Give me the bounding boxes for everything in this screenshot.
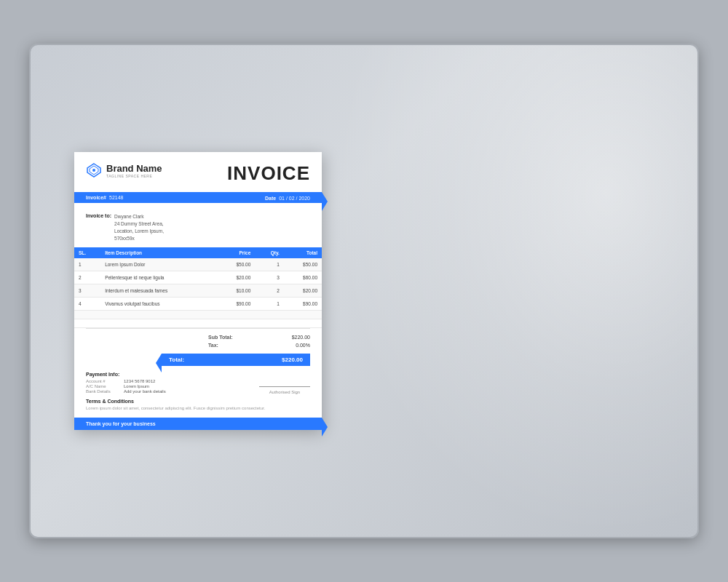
- total-final-label: Total:: [169, 356, 184, 363]
- acname-label: A/C Name: [86, 384, 121, 388]
- table-row-empty: [74, 311, 322, 319]
- terms-text: Lorem ipsum dolor sit amet, consectetur …: [86, 405, 310, 411]
- cell-sl: 3: [74, 284, 100, 298]
- payment-acname-row: A/C Name Lorem Ipsum: [86, 384, 166, 388]
- invoice-to-details: Dwyane Clark 24 Dummy Street Area, Locat…: [114, 213, 164, 242]
- totals-section: Sub Total: $220.00 Tax: 0.00%: [74, 329, 322, 354]
- cell-sl: 4: [74, 298, 100, 311]
- terms-section: Terms & Conditions Lorem ipsum dolor sit…: [74, 399, 322, 417]
- cell-sl: 2: [74, 271, 100, 284]
- payment-account-row: Account # 1234 5678 9012: [86, 379, 166, 383]
- bank-label: Bank Details: [86, 389, 121, 394]
- cell-total: $90.00: [284, 298, 322, 311]
- totals-table: Sub Total: $220.00 Tax: 0.00%: [208, 333, 310, 349]
- table-row: 2 Pellentesque id neque ligula $20.00 3 …: [74, 271, 322, 284]
- cell-price: $50.00: [217, 258, 255, 271]
- cell-sl: 1: [74, 258, 100, 271]
- cell-description: Pellentesque id neque ligula: [100, 271, 217, 284]
- tax-row: Tax: 0.00%: [208, 341, 310, 349]
- brand-name: Brand Name: [106, 163, 162, 175]
- invoice-header: Brand Name TAGLINE SPACE HERE INVOICE: [74, 152, 322, 192]
- invoice-table: SL. Item Description Price Qty. Total 1 …: [74, 247, 322, 328]
- cell-qty: 3: [255, 271, 283, 284]
- table-row-empty: [74, 319, 322, 328]
- cell-total: $60.00: [284, 271, 322, 284]
- payment-info: Payment Info: Account # 1234 5678 9012 A…: [86, 372, 166, 394]
- subtotal-value: $220.00: [292, 335, 310, 340]
- brand-text: Brand Name TAGLINE SPACE HERE: [106, 163, 162, 179]
- invoice-to-section: Invoice to: Dwyane Clark 24 Dummy Street…: [74, 209, 322, 247]
- brand-tagline: TAGLINE SPACE HERE: [106, 174, 162, 178]
- table-header-sl: SL.: [74, 247, 100, 258]
- authorised-sign-label: Authorised Sign: [269, 390, 300, 394]
- table-row: 3 Interdum et malesuada fames $10.00 2 $…: [74, 284, 322, 298]
- cell-qty: 1: [255, 258, 283, 271]
- svg-point-2: [92, 169, 95, 172]
- cell-qty: 2: [255, 284, 283, 298]
- invoice-to-label: Invoice to:: [86, 213, 111, 242]
- table-header-total: Total: [284, 247, 322, 258]
- bottom-sections: Payment Info: Account # 1234 5678 9012 A…: [74, 366, 322, 399]
- cell-price: $20.00: [217, 271, 255, 284]
- authorised-sign-section: Authorised Sign: [259, 386, 310, 394]
- date-value: 01 / 02 / 2020: [279, 195, 310, 200]
- cell-qty: 1: [255, 298, 283, 311]
- table-header-price: Price: [217, 247, 255, 258]
- invoice-to-name: Dwyane Clark: [114, 213, 164, 220]
- total-final-value: $220.00: [282, 356, 303, 363]
- bank-value: Add your bank details: [124, 389, 166, 394]
- subtotal-row: Sub Total: $220.00: [208, 333, 310, 341]
- cell-description: Lorem Ipsum Dolor: [100, 258, 217, 271]
- terms-heading: Terms & Conditions: [86, 399, 310, 404]
- cell-description: Vivamus volutpat faucibus: [100, 298, 217, 311]
- date-label: Date: [265, 195, 276, 200]
- footer-text: Thank you for your business: [86, 421, 156, 426]
- brand-logo-icon: [86, 162, 102, 178]
- invoice-date-section: Date 01 / 02 / 2020: [265, 195, 310, 200]
- invoice-number-label: Invoice#: [86, 195, 106, 200]
- table-row: 1 Lorem Ipsum Dolor $50.00 1 $50.00: [74, 258, 322, 271]
- cell-total: $20.00: [284, 284, 322, 298]
- background-container: Brand Name TAGLINE SPACE HERE INVOICE In…: [29, 44, 699, 538]
- invoice-number-bar: Invoice# 52148 Date 01 / 02 / 2020: [74, 192, 322, 203]
- cell-price: $10.00: [217, 284, 255, 298]
- invoice-title: INVOICE: [227, 162, 310, 185]
- invoice-footer: Thank you for your business: [74, 418, 322, 430]
- payment-bank-row: Bank Details Add your bank details: [86, 389, 166, 394]
- total-final-bar: Total: $220.00: [162, 354, 310, 366]
- table-header-qty: Qty.: [255, 247, 283, 258]
- acname-value: Lorem Ipsum: [124, 384, 149, 388]
- cell-total: $50.00: [284, 258, 322, 271]
- cell-description: Interdum et malesuada fames: [100, 284, 217, 298]
- tax-label: Tax:: [208, 343, 218, 348]
- account-value: 1234 5678 9012: [124, 379, 155, 383]
- cell-price: $90.00: [217, 298, 255, 311]
- invoice-document: Brand Name TAGLINE SPACE HERE INVOICE In…: [74, 152, 322, 429]
- tax-value: 0.00%: [296, 343, 310, 348]
- subtotal-label: Sub Total:: [208, 335, 233, 340]
- invoice-number-value: 52148: [109, 195, 123, 200]
- table-header-description: Item Description: [100, 247, 217, 258]
- sign-line: [259, 386, 310, 387]
- table-row: 4 Vivamus volutpat faucibus $90.00 1 $90…: [74, 298, 322, 311]
- payment-info-heading: Payment Info:: [86, 372, 166, 377]
- account-label: Account #: [86, 379, 121, 383]
- invoice-to-address: 24 Dummy Street Area, Location, Lorem Ip…: [114, 220, 164, 242]
- brand-section: Brand Name TAGLINE SPACE HERE: [86, 162, 162, 178]
